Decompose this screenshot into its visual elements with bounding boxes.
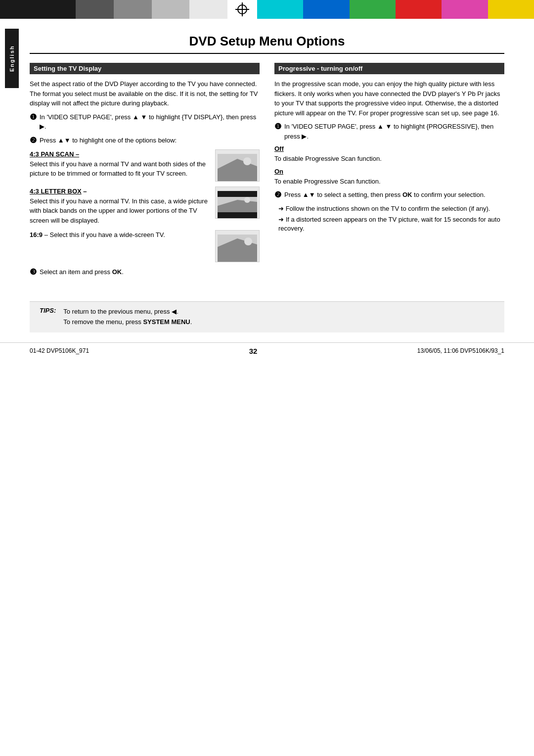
option-pan-scan: 4:3 PAN SCAN – Select this if you have a… [30,149,260,182]
16-9-text: 16:9 – Select this if you have a wide-sc… [30,230,210,240]
on-desc: To enable Progressive Scan function. [274,177,504,187]
top-color-bar [0,0,534,19]
page-number: 32 [249,347,258,355]
color-darkgray [76,0,114,19]
step3-num: ❸ [30,267,37,278]
footer-left: 01-42 DVP5106K_971 [30,347,89,354]
option-16-9: 16:9 – Select this if you have a wide-sc… [30,230,260,262]
right-step1-num: ❶ [274,122,281,132]
tips-line1: To return to the previous menu, press ◀. [63,307,192,317]
language-sidebar: English [5,29,19,88]
color-pink [442,0,488,19]
step3-text: Select an item and press OK. [40,267,124,277]
left-step2: ❷ Press ▲▼ to highlight one of the optio… [30,136,260,146]
left-step1: ❶ In 'VIDEO SETUP PAGE', press ▲ ▼ to hi… [30,112,260,132]
crosshair-icon [235,2,249,16]
right-step1: ❶ In 'VIDEO SETUP PAGE', press ▲ ▼ to hi… [274,122,504,141]
color-green [350,0,396,19]
right-intro-text: In the progressive scan mode, you can en… [274,79,504,118]
step1-text: In 'VIDEO SETUP PAGE', press ▲ ▼ to high… [40,112,260,132]
page-footer: 01-42 DVP5106K_971 32 13/06/05, 11:06 DV… [0,342,534,359]
left-intro-text: Set the aspect ratio of the DVD Player a… [30,79,260,108]
svg-point-2 [243,157,251,165]
letter-box-image [215,187,260,219]
page-content: English DVD Setup Menu Options Setting t… [0,19,534,342]
left-step3: ❸ Select an item and press OK. [30,267,260,278]
pan-scan-label: 4:3 PAN SCAN – [30,150,79,158]
color-cyan [257,0,303,19]
color-black2 [38,0,76,19]
pan-scan-image [215,149,260,182]
step1-num: ❶ [30,112,37,123]
main-columns: Setting the TV Display Set the aspect ra… [30,63,504,282]
right-step2: ❷ Press ▲▼ to select a setting, then pre… [274,190,504,200]
color-gray [114,0,152,19]
page-title: DVD Setup Menu Options [30,34,504,49]
off-label: Off [274,145,504,152]
color-blue [303,0,349,19]
color-white [189,0,227,19]
svg-point-6 [244,197,250,203]
16-9-svg [218,235,257,262]
tips-line2: To remove the menu, press SYSTEM MENU. [63,317,192,328]
sub-arrow-1: Follow the instructions shown on the TV … [278,204,504,213]
right-step2-num: ❷ [274,190,281,200]
tips-label: TIPS: [40,307,56,314]
sub-arrow-2: If a distorted screen appears on the TV … [278,215,504,233]
color-lightgray [152,0,190,19]
16-9-image [215,230,260,262]
pan-scan-text: 4:3 PAN SCAN – Select this if you have a… [30,149,210,179]
letter-box-svg [218,191,257,218]
letter-box-label: 4:3 LETTER BOX [30,188,82,195]
tips-section: TIPS: To return to the previous menu, pr… [30,301,504,332]
tips-text: To return to the previous menu, press ◀.… [63,307,192,328]
title-divider [30,53,504,54]
color-red [396,0,442,19]
right-column: Progressive - turning on/off In the prog… [274,63,504,282]
16-9-label: 16:9 [30,231,43,238]
right-section-header: Progressive - turning on/off [274,63,504,74]
step2-num: ❷ [30,136,37,146]
color-yellow [488,0,534,19]
on-label: On [274,168,504,175]
off-desc: To disable Progressive Scan function. [274,154,504,164]
right-step1-text: In 'VIDEO SETUP PAGE', press ▲ ▼ to high… [284,122,504,141]
crosshair-left [227,0,257,19]
footer-right: 13/06/05, 11:06 DVP5106K/93_1 [417,347,504,354]
left-section-header: Setting the TV Display [30,63,260,74]
step2-text: Press ▲▼ to highlight one of the options… [40,136,177,145]
left-column: Setting the TV Display Set the aspect ra… [30,63,260,282]
color-black [0,0,38,19]
right-step2-text: Press ▲▼ to select a setting, then press… [284,190,486,200]
pan-scan-svg [218,154,257,181]
letter-box-text: 4:3 LETTER BOX – Select this if you have… [30,187,210,225]
svg-point-9 [244,237,252,245]
option-letter-box: 4:3 LETTER BOX – Select this if you have… [30,187,260,225]
